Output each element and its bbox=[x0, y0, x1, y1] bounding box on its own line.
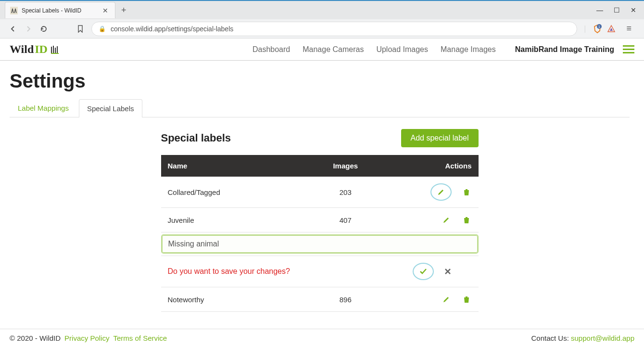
table-row: Noteworthy 896 bbox=[161, 287, 479, 312]
table-row: Collared/Tagged 203 bbox=[161, 177, 479, 208]
maximize-button[interactable]: ☐ bbox=[614, 6, 620, 14]
tab-label-mappings[interactable]: Label Mappings bbox=[10, 99, 77, 117]
add-special-label-button[interactable]: Add special label bbox=[401, 129, 479, 147]
panel-title: Special labels bbox=[161, 132, 231, 144]
content: Settings Label Mappings Special Labels S… bbox=[0, 61, 644, 329]
hamburger-icon[interactable] bbox=[623, 43, 634, 55]
panel-header: Special labels Add special label bbox=[161, 129, 479, 147]
cancel-icon[interactable] bbox=[442, 266, 453, 277]
reload-button[interactable] bbox=[39, 25, 48, 33]
brave-shield-icon[interactable]: 1 bbox=[593, 24, 602, 34]
label-name: Collared/Tagged bbox=[161, 177, 304, 208]
pencil-icon[interactable] bbox=[441, 294, 452, 305]
account-name: NamibRand Image Training bbox=[515, 45, 614, 54]
close-window-button[interactable]: ✕ bbox=[631, 6, 636, 14]
contact-label: Contact Us: bbox=[531, 334, 568, 342]
lock-icon: 🔒 bbox=[99, 26, 106, 32]
label-name-input[interactable] bbox=[162, 235, 478, 253]
label-images: 896 bbox=[304, 287, 387, 312]
tab-special-labels[interactable]: Special Labels bbox=[79, 99, 142, 117]
edit-circled bbox=[430, 183, 452, 201]
col-actions: Actions bbox=[387, 155, 479, 177]
bookmark-icon[interactable] bbox=[76, 25, 85, 33]
pencil-icon[interactable] bbox=[441, 215, 452, 225]
nav-manage-cameras[interactable]: Manage Cameras bbox=[303, 45, 364, 54]
bat-icon[interactable] bbox=[607, 25, 616, 33]
extension-icons: 1 bbox=[593, 24, 616, 34]
footer: © 2020 - WildID Privacy Policy Terms of … bbox=[0, 329, 644, 347]
edit-row bbox=[161, 232, 479, 256]
col-images: Images bbox=[304, 155, 387, 177]
label-name: Juvenile bbox=[161, 208, 304, 232]
labels-table: Name Images Actions Collared/Tagged 203 bbox=[161, 155, 479, 312]
svg-text:1: 1 bbox=[599, 25, 601, 28]
browser-menu-icon[interactable]: ≡ bbox=[622, 24, 635, 34]
url-box[interactable]: 🔒 console.wildid.app/settings/special-la… bbox=[91, 22, 577, 36]
trash-icon[interactable] bbox=[461, 215, 472, 225]
pencil-icon[interactable] bbox=[436, 187, 446, 197]
svg-rect-0 bbox=[10, 7, 18, 14]
window-controls: — ☐ ✕ bbox=[596, 6, 644, 14]
tab-title: Special Labels - WildID bbox=[22, 7, 97, 14]
logo[interactable]: WildID bbox=[10, 43, 62, 56]
trash-icon[interactable] bbox=[461, 294, 472, 305]
nav-dashboard[interactable]: Dashboard bbox=[253, 45, 290, 54]
favicon-icon bbox=[10, 7, 18, 14]
tab-strip: Special Labels - WildID ✕ + — ☐ ✕ bbox=[0, 1, 644, 19]
close-icon[interactable]: ✕ bbox=[101, 7, 110, 14]
logo-animals-icon bbox=[49, 43, 62, 56]
url-text: console.wildid.app/settings/special-labe… bbox=[111, 25, 233, 33]
page-title: Settings bbox=[10, 70, 630, 92]
back-button[interactable] bbox=[9, 25, 17, 33]
nav-upload-images[interactable]: Upload Images bbox=[376, 45, 428, 54]
address-bar: 🔒 console.wildid.app/settings/special-la… bbox=[0, 19, 644, 39]
terms-link[interactable]: Terms of Service bbox=[113, 334, 167, 342]
forward-button[interactable] bbox=[24, 25, 33, 33]
main-nav: Dashboard Manage Cameras Upload Images M… bbox=[253, 45, 496, 54]
copyright: © 2020 - WildID bbox=[10, 334, 61, 342]
table-row: Juvenile 407 bbox=[161, 208, 479, 232]
col-name: Name bbox=[161, 155, 304, 177]
confirm-circled bbox=[413, 263, 434, 280]
app-header: WildID Dashboard Manage Cameras Upload I… bbox=[0, 39, 644, 61]
new-tab-button[interactable]: + bbox=[117, 3, 130, 17]
browser-chrome: Special Labels - WildID ✕ + — ☐ ✕ 🔒 cons… bbox=[0, 0, 644, 39]
contact-email[interactable]: support@wildid.app bbox=[571, 334, 634, 342]
confirm-row: Do you want to save your changes? bbox=[161, 256, 479, 287]
special-labels-panel: Special labels Add special label Name Im… bbox=[161, 129, 479, 312]
nav-manage-images[interactable]: Manage Images bbox=[441, 45, 496, 54]
trash-icon[interactable] bbox=[461, 187, 472, 197]
browser-tab[interactable]: Special Labels - WildID ✕ bbox=[5, 2, 115, 18]
settings-tabs: Label Mappings Special Labels bbox=[10, 99, 630, 117]
label-images: 203 bbox=[304, 177, 387, 208]
check-icon[interactable] bbox=[418, 266, 429, 277]
label-images: 407 bbox=[304, 208, 387, 232]
label-name: Noteworthy bbox=[161, 287, 304, 312]
privacy-link[interactable]: Privacy Policy bbox=[64, 334, 109, 342]
confirm-text: Do you want to save your changes? bbox=[161, 256, 387, 287]
minimize-button[interactable]: — bbox=[596, 6, 603, 14]
